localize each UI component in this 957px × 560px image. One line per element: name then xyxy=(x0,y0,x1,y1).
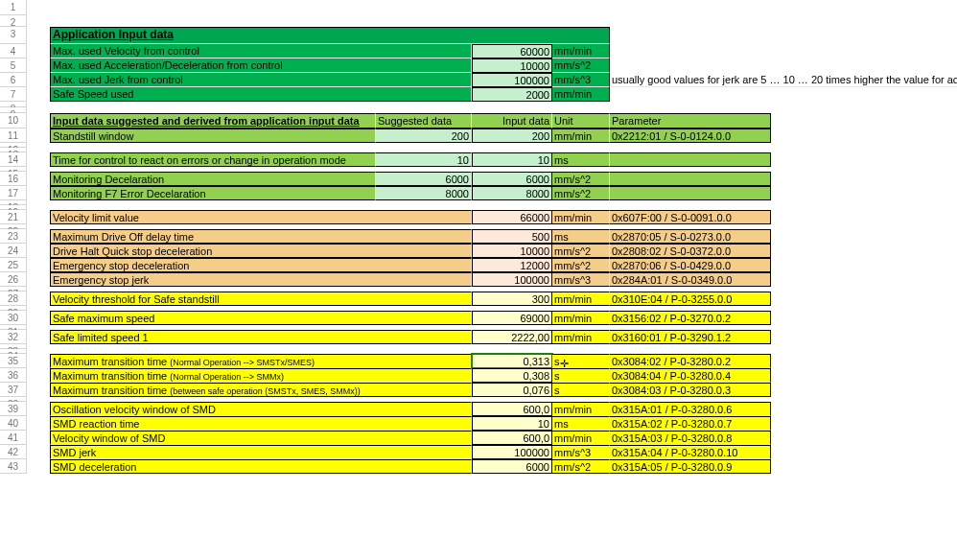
s6-param: 0x315A:02 / P-0-3280.0.7 xyxy=(612,418,732,430)
s4-val: 300 xyxy=(532,293,549,305)
row-header[interactable]: 5 xyxy=(0,58,27,73)
s2-row-label: Standstill window xyxy=(50,128,376,143)
s2-row-param xyxy=(610,172,771,186)
s2-title: Input data suggested and derived from ap… xyxy=(53,115,360,127)
row-header[interactable]: 26 xyxy=(0,272,27,287)
s2-row-label: Monitoring F7 Error Decelaration xyxy=(50,186,376,200)
row-header[interactable]: 21 xyxy=(0,210,27,224)
s3-unit: ms xyxy=(554,231,569,243)
s1-val: 2000 xyxy=(526,89,549,101)
s2-row-suggested[interactable]: 200 xyxy=(376,128,472,143)
row-header[interactable]: 28 xyxy=(0,292,27,306)
s5-param: 0x3084:02 / P-0-3280.0.2 xyxy=(612,356,731,367)
s6-row-value[interactable]: 6000 xyxy=(472,459,552,474)
s6-row-unit: ms xyxy=(552,416,610,431)
s1-row-unit: mm/min xyxy=(552,44,610,58)
hdr-input: Input data xyxy=(502,115,549,127)
s6-label: SMD deceleration xyxy=(53,461,136,473)
s5-unit: s xyxy=(554,370,560,382)
s5-val: 0,313 xyxy=(523,356,549,367)
row-header[interactable]: 41 xyxy=(0,431,27,445)
s1-unit: mm/min xyxy=(554,45,592,57)
row-header[interactable]: 42 xyxy=(0,445,27,459)
row-header[interactable]: 39 xyxy=(0,402,27,416)
s3-unit: mm/min xyxy=(554,212,592,223)
s2-row-input[interactable]: 8000 xyxy=(472,186,552,200)
s5-param: 0x3084:04 / P-0-3280.0.4 xyxy=(612,370,731,382)
row-header[interactable]: 40 xyxy=(0,416,27,431)
s3-label: Velocity limit value xyxy=(53,212,139,223)
row-header[interactable]: 35 xyxy=(0,354,27,368)
jerk-note: usually good values for jerk are 5 … 10 … xyxy=(610,73,957,87)
s6-row-param: 0x315A:02 / P-0-3280.0.7 xyxy=(610,416,771,431)
s1-row-value[interactable]: 10000 xyxy=(472,58,552,73)
s3-row-unit: mm/min xyxy=(552,210,610,224)
s3-row-value[interactable]: 500 xyxy=(472,229,552,244)
s3-row-unit: mm/s^2 xyxy=(552,244,610,258)
row-header[interactable]: 6 xyxy=(0,73,27,87)
row-header[interactable]: 36 xyxy=(0,368,27,383)
row-header[interactable]: 37 xyxy=(0,383,27,397)
s1-row-unit: mm/min xyxy=(552,87,610,102)
row-header[interactable]: 11 xyxy=(0,128,27,143)
s6-row-unit: mm/min xyxy=(552,402,610,416)
s3-row-label: Drive Halt Quick stop deceleration xyxy=(50,244,472,258)
s4-row-param: 0x3160:01 / P-0-3290.1.2 xyxy=(610,330,771,344)
s5-row-value[interactable]: 0,308 xyxy=(472,368,552,383)
s4-row-label: Safe limited speed 1 xyxy=(50,330,472,344)
s3-row-value[interactable]: 10000 xyxy=(472,244,552,258)
s5-sub: (Normal Operation --> SMMx) xyxy=(170,372,284,382)
s2-row-input[interactable]: 200 xyxy=(472,128,552,143)
s1-row-value[interactable]: 2000 xyxy=(472,87,552,102)
s1-row-value[interactable]: 60000 xyxy=(472,44,552,58)
row-header[interactable]: 3 xyxy=(0,27,27,44)
s2-label: Monitoring F7 Error Decelaration xyxy=(53,188,206,199)
s2-row-suggested[interactable]: 8000 xyxy=(376,186,472,200)
s5-row-value[interactable]: 0,313 xyxy=(472,354,552,368)
s6-row-value[interactable]: 600,0 xyxy=(472,431,552,445)
s3-row-param: 0x284A:01 / S-0-0349.0.0 xyxy=(610,272,771,287)
s3-row-value[interactable]: 100000 xyxy=(472,272,552,287)
s6-row-value[interactable]: 600,0 xyxy=(472,402,552,416)
s1-unit: mm/min xyxy=(554,88,592,100)
row-header[interactable]: 1 xyxy=(0,0,27,15)
s1-row-value[interactable]: 100000 xyxy=(472,73,552,87)
s2-row-suggested[interactable]: 6000 xyxy=(376,172,472,186)
s2-row-param xyxy=(610,186,771,200)
s2-row-suggested[interactable]: 10 xyxy=(376,152,472,167)
col-input: Input data xyxy=(472,113,552,128)
s3-row-param: 0x2808:02 / S-0-0372.0.0 xyxy=(610,244,771,258)
s5-row-value[interactable]: 0,076 xyxy=(472,383,552,397)
row-header[interactable]: 24 xyxy=(0,244,27,258)
s1-label: Max. used Jerk from control xyxy=(53,74,183,85)
row-header[interactable]: 30 xyxy=(0,311,27,325)
s2-row-input[interactable]: 6000 xyxy=(472,172,552,186)
s1-label: Max. used Acceleration/Deceleration from… xyxy=(53,59,283,71)
row-header[interactable]: 25 xyxy=(0,258,27,272)
row-header[interactable]: 4 xyxy=(0,44,27,58)
s3-row-value[interactable]: 66000 xyxy=(472,210,552,224)
row-header[interactable]: 32 xyxy=(0,330,27,344)
row-header[interactable]: 2 xyxy=(0,15,27,27)
row-header[interactable]: 43 xyxy=(0,459,27,474)
s4-val: 2222,00 xyxy=(511,332,549,343)
row-header[interactable]: 17 xyxy=(0,186,27,200)
row-header[interactable]: 14 xyxy=(0,152,27,167)
s4-row-value[interactable]: 69000 xyxy=(472,311,552,325)
s2-row-input[interactable]: 10 xyxy=(472,152,552,167)
s3-val: 10000 xyxy=(520,245,549,257)
s4-unit: mm/min xyxy=(554,332,592,343)
s2-row-unit: mm/min xyxy=(552,128,610,143)
s3-unit: mm/s^3 xyxy=(554,274,591,286)
row-header[interactable]: 16 xyxy=(0,172,27,186)
s4-row-value[interactable]: 2222,00 xyxy=(472,330,552,344)
s6-row-value[interactable]: 100000 xyxy=(472,445,552,459)
s1-row-unit: mm/s^2 xyxy=(552,58,610,73)
row-header[interactable]: 23 xyxy=(0,229,27,244)
row-header[interactable]: 10 xyxy=(0,113,27,128)
s3-row-value[interactable]: 12000 xyxy=(472,258,552,272)
row-header[interactable]: 7 xyxy=(0,87,27,102)
s4-row-value[interactable]: 300 xyxy=(472,292,552,306)
s6-row-value[interactable]: 10 xyxy=(472,416,552,431)
s2-inp: 8000 xyxy=(526,188,549,199)
